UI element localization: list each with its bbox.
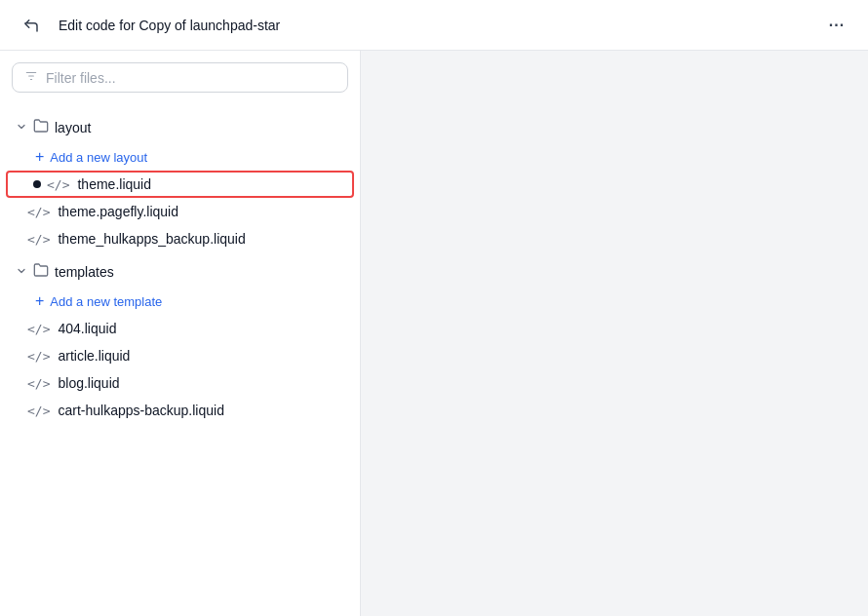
- back-button[interactable]: [16, 10, 47, 41]
- section-templates[interactable]: templates: [0, 256, 360, 288]
- file-name-cart-hulkapps: cart-hulkapps-backup.liquid: [58, 403, 223, 418]
- header: Edit code for Copy of launchpad-star ···: [0, 0, 868, 51]
- file-item-404[interactable]: </> 404.liquid: [0, 315, 360, 342]
- folder-icon-layout: [33, 118, 49, 137]
- page-title: Edit code for Copy of launchpad-star: [59, 18, 809, 33]
- plus-icon-layout: +: [35, 148, 44, 166]
- code-icon-404: </>: [27, 322, 50, 336]
- folder-icon-templates: [33, 262, 49, 282]
- chevron-down-icon: [16, 121, 27, 135]
- code-icon-article: </>: [27, 349, 50, 364]
- file-name-theme-liquid: theme.liquid: [77, 176, 151, 192]
- file-name-404: 404.liquid: [58, 321, 116, 336]
- main-container: layout + Add a new layout </> theme.liqu…: [0, 51, 868, 616]
- filter-container: [0, 51, 360, 100]
- back-icon: [22, 17, 40, 34]
- file-item-cart-hulkapps[interactable]: </> cart-hulkapps-backup.liquid: [0, 397, 360, 424]
- code-icon-hulkapps: </>: [27, 232, 50, 247]
- file-item-blog[interactable]: </> blog.liquid: [0, 369, 360, 397]
- add-layout-link[interactable]: + Add a new layout: [0, 143, 360, 171]
- filter-input[interactable]: [46, 70, 335, 86]
- sidebar-scroll[interactable]: layout + Add a new layout </> theme.liqu…: [0, 100, 360, 616]
- file-name-article: article.liquid: [58, 348, 130, 364]
- section-label-layout: layout: [55, 120, 91, 135]
- code-icon-pagefly: </>: [27, 205, 50, 219]
- code-editor-area[interactable]: [361, 51, 868, 616]
- plus-icon-templates: +: [35, 292, 44, 310]
- add-layout-label: Add a new layout: [50, 150, 147, 165]
- add-template-link[interactable]: + Add a new template: [0, 288, 360, 315]
- more-options-button[interactable]: ···: [821, 10, 852, 41]
- section-layout[interactable]: layout: [0, 112, 360, 143]
- more-icon: ···: [829, 17, 845, 34]
- file-item-theme-liquid[interactable]: </> theme.liquid: [6, 171, 354, 198]
- chevron-down-icon-templates: [16, 265, 27, 280]
- code-icon-blog: </>: [27, 376, 50, 391]
- filter-input-wrapper[interactable]: [12, 62, 348, 93]
- file-name-blog: blog.liquid: [58, 375, 119, 391]
- file-name-hulkapps: theme_hulkapps_backup.liquid: [58, 231, 245, 247]
- code-icon-theme: </>: [47, 177, 69, 192]
- code-icon-cart-hulkapps: </>: [27, 404, 50, 418]
- file-name-pagefly: theme.pagefly.liquid: [58, 204, 178, 219]
- file-item-theme-pagefly[interactable]: </> theme.pagefly.liquid: [0, 198, 360, 225]
- add-template-label: Add a new template: [50, 294, 162, 309]
- filter-icon: [24, 69, 38, 86]
- file-item-article[interactable]: </> article.liquid: [0, 342, 360, 369]
- modified-dot: [33, 180, 41, 188]
- sidebar: layout + Add a new layout </> theme.liqu…: [0, 51, 361, 616]
- section-label-templates: templates: [55, 264, 114, 280]
- file-item-theme-hulkapps[interactable]: </> theme_hulkapps_backup.liquid: [0, 225, 360, 252]
